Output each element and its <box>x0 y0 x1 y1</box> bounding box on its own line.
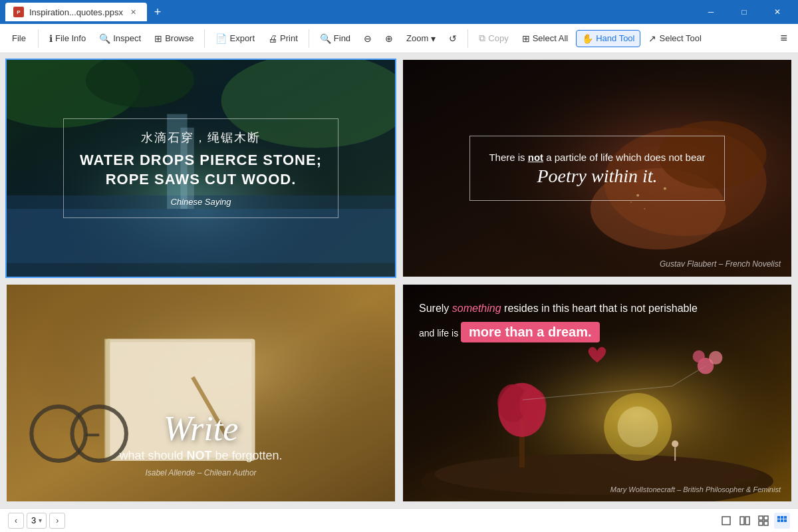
copy-button[interactable]: ⧉ Copy <box>473 30 513 47</box>
toolbar: File ℹ File Info 🔍 Inspect ⊞ Browse 📄 Ex… <box>0 24 798 53</box>
slide-3-write-word: Write <box>164 412 239 446</box>
hamburger-menu-button[interactable]: ≡ <box>775 29 793 48</box>
slide-grid: 水滴石穿，绳锯木断 WATER DROPS PIERCE STONE;ROPE … <box>0 53 798 508</box>
svg-rect-47 <box>722 517 730 525</box>
svg-rect-55 <box>781 516 783 519</box>
maximize-button[interactable]: □ <box>729 1 759 23</box>
slide-1-attribution: Chinese Saying <box>80 197 322 207</box>
view-single-button[interactable] <box>718 513 734 529</box>
zoom-in-button[interactable]: ⊕ <box>380 31 398 47</box>
file-info-icon: ℹ <box>49 33 53 44</box>
print-button[interactable]: 🖨 Print <box>263 31 303 47</box>
page-number-box[interactable]: 3 ▾ <box>27 513 47 529</box>
tab-close-button[interactable]: ✕ <box>128 7 139 17</box>
separator-2 <box>204 29 205 48</box>
tab-title: Inspiration...quotes.ppsx <box>29 7 123 17</box>
find-button[interactable]: 🔍 Find <box>315 31 356 47</box>
slide-3[interactable]: Write what should NOT be forgotten. Isab… <box>5 283 396 503</box>
slide-1-content: 水滴石穿，绳锯木断 WATER DROPS PIERCE STONE;ROPE … <box>7 60 395 277</box>
current-page-number: 3 <box>31 515 36 525</box>
hand-tool-icon: ✋ <box>582 33 593 44</box>
file-menu[interactable]: File <box>5 31 33 46</box>
separator-4 <box>467 29 468 48</box>
svg-rect-52 <box>759 521 763 525</box>
svg-rect-53 <box>764 521 768 525</box>
title-bar: P Inspiration...quotes.ppsx ✕ + ─ □ ✕ <box>0 0 798 24</box>
main-content: 水滴石穿，绳锯木断 WATER DROPS PIERCE STONE;ROPE … <box>0 53 798 508</box>
select-all-icon: ⊞ <box>522 33 530 44</box>
select-tool-icon: ↗ <box>648 33 656 44</box>
slide-2-content: There is not a particle of life which do… <box>403 60 791 277</box>
select-tool-button[interactable]: ↗ Select Tool <box>643 31 706 47</box>
slide-4-top-text: Surely something resides in this heart t… <box>419 301 698 317</box>
slide-3-content: Write what should NOT be forgotten. Isab… <box>7 285 395 501</box>
window-controls: ─ □ ✕ <box>696 1 793 23</box>
grid-view-icon <box>758 515 769 526</box>
svg-rect-57 <box>777 519 780 522</box>
view-double-button[interactable] <box>737 513 753 529</box>
zoom-out-button[interactable]: ⊖ <box>358 31 377 47</box>
slide-4[interactable]: Surely something resides in this heart t… <box>402 283 793 503</box>
slide-2[interactable]: There is not a particle of life which do… <box>402 59 793 278</box>
svg-rect-48 <box>740 517 744 525</box>
print-icon: 🖨 <box>268 33 277 44</box>
active-tab[interactable]: P Inspiration...quotes.ppsx ✕ <box>5 3 147 21</box>
slide-2-quote-box: There is not a particle of life which do… <box>469 136 724 201</box>
page-dropdown-arrow: ▾ <box>39 517 42 524</box>
slide-1-quote-box: 水滴石穿，绳锯木断 WATER DROPS PIERCE STONE;ROPE … <box>63 118 338 218</box>
inspect-icon: 🔍 <box>99 33 110 44</box>
browse-icon: ⊞ <box>154 33 162 44</box>
prev-page-button[interactable]: ‹ <box>8 513 24 529</box>
next-page-button[interactable]: › <box>49 513 65 529</box>
svg-rect-56 <box>784 516 787 519</box>
slide-4-attribution: Mary Wollstonecraft – British Philosophe… <box>610 485 781 493</box>
slide-4-inner: Surely something resides in this heart t… <box>403 285 791 501</box>
new-tab-button[interactable]: + <box>148 3 167 21</box>
slide-1-inner: 水滴石穿，绳锯木断 WATER DROPS PIERCE STONE;ROPE … <box>7 60 395 277</box>
slide-2-quote-text: There is not a particle of life which do… <box>489 150 705 166</box>
slide-2-inner: There is not a particle of life which do… <box>403 60 791 277</box>
file-type-icon: P <box>13 7 24 17</box>
view-mode-buttons <box>718 513 790 529</box>
close-button[interactable]: ✕ <box>762 1 793 23</box>
hand-tool-button[interactable]: ✋ Hand Tool <box>576 30 640 47</box>
view-multi-button[interactable] <box>774 513 790 529</box>
inspect-button[interactable]: 🔍 Inspect <box>94 31 146 47</box>
svg-rect-49 <box>745 517 749 525</box>
svg-rect-50 <box>759 516 763 520</box>
separator-1 <box>38 29 39 48</box>
browse-button[interactable]: ⊞ Browse <box>149 31 199 47</box>
copy-icon: ⧉ <box>479 33 485 44</box>
rotate-button[interactable]: ↺ <box>444 31 462 47</box>
view-grid-button[interactable] <box>755 513 771 529</box>
slide-4-something-text: something <box>452 303 501 314</box>
slide-2-poetry-word: Poetry within it. <box>489 166 705 187</box>
slide-1-chinese-text: 水滴石穿，绳锯木断 <box>80 130 322 146</box>
zoom-chevron-icon: ▾ <box>431 33 436 44</box>
export-button[interactable]: 📄 Export <box>210 31 260 47</box>
slide-1[interactable]: 水滴石穿，绳锯木断 WATER DROPS PIERCE STONE;ROPE … <box>5 59 396 278</box>
file-info-button[interactable]: ℹ File Info <box>44 31 91 47</box>
separator-3 <box>309 29 309 48</box>
select-all-button[interactable]: ⊞ Select All <box>517 31 573 47</box>
svg-rect-51 <box>764 516 768 520</box>
zoom-dropdown-button[interactable]: Zoom ▾ <box>401 31 441 47</box>
rotate-icon: ↺ <box>449 33 457 44</box>
slide-3-subtitle: what should NOT be forgotten. <box>119 449 282 463</box>
zoom-out-icon: ⊖ <box>364 33 372 44</box>
minimize-button[interactable]: ─ <box>696 1 726 23</box>
title-bar-left: P Inspiration...quotes.ppsx ✕ + <box>5 3 696 21</box>
double-view-icon <box>739 515 750 526</box>
slide-3-attribution: Isabel Allende – Chilean Author <box>145 468 256 477</box>
single-view-icon <box>721 515 732 526</box>
export-icon: 📄 <box>215 33 227 44</box>
page-navigation: ‹ 3 ▾ › <box>8 513 65 529</box>
slide-4-content: Surely something resides in this heart t… <box>403 285 791 501</box>
slide-4-dream-box: more than a dream. <box>461 322 600 342</box>
slide-2-attribution: Gustav Flaubert – French Novelist <box>660 259 781 269</box>
svg-rect-58 <box>781 519 783 522</box>
bottom-bar: ‹ 3 ▾ › <box>0 508 798 532</box>
slide-3-inner: Write what should NOT be forgotten. Isab… <box>7 285 395 501</box>
slide-4-middle-text: and life is more than a dream. <box>419 322 600 342</box>
svg-rect-54 <box>777 516 780 519</box>
